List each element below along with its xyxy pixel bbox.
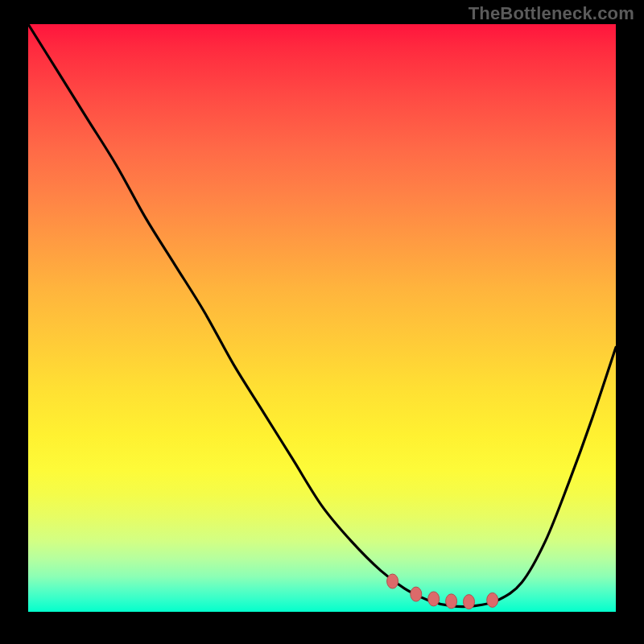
- chart-svg: [28, 24, 616, 612]
- curve-marker: [411, 587, 422, 601]
- bottleneck-curve: [28, 24, 616, 607]
- curve-marker: [464, 595, 475, 609]
- curve-marker: [446, 594, 457, 609]
- watermark-text: TheBottleneck.com: [469, 3, 634, 24]
- curve-marker: [387, 574, 398, 588]
- curve-marker: [428, 592, 440, 606]
- plot-area: [28, 24, 616, 612]
- curve-marker: [487, 592, 498, 607]
